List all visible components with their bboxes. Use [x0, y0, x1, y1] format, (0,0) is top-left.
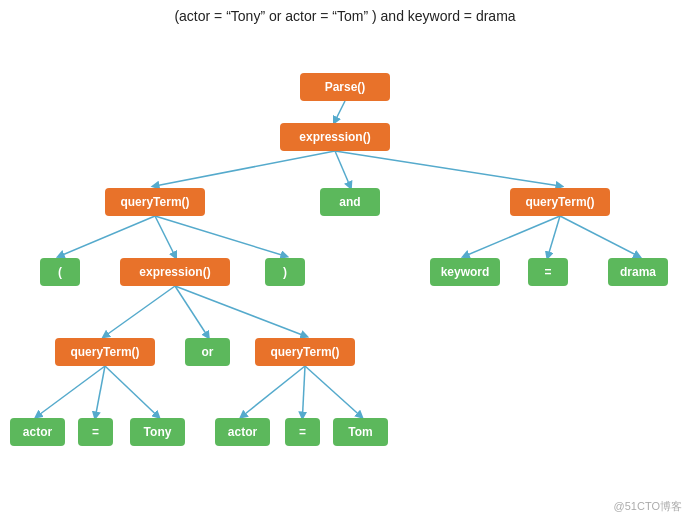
node-keyword: keyword — [430, 258, 500, 286]
node-actor2: actor — [215, 418, 270, 446]
node-qt3: queryTerm() — [55, 338, 155, 366]
svg-line-10 — [105, 286, 175, 336]
page-title: (actor = “Tony” or actor = “Tom” ) and k… — [0, 0, 690, 28]
svg-line-16 — [243, 366, 306, 416]
node-qt1: queryTerm() — [105, 188, 205, 216]
diagram: Parse()expression()queryTerm()andqueryTe… — [0, 28, 690, 518]
node-tony: Tony — [130, 418, 185, 446]
svg-line-12 — [175, 286, 305, 336]
svg-line-6 — [155, 216, 285, 256]
node-eq2: = — [78, 418, 113, 446]
node-rparen: ) — [265, 258, 305, 286]
node-actor1: actor — [10, 418, 65, 446]
svg-line-5 — [155, 216, 175, 256]
node-expr2: expression() — [120, 258, 230, 286]
node-or: or — [185, 338, 230, 366]
svg-line-11 — [175, 286, 208, 336]
node-lparen: ( — [40, 258, 80, 286]
svg-line-3 — [335, 151, 560, 186]
svg-line-9 — [560, 216, 638, 256]
node-qt2: queryTerm() — [510, 188, 610, 216]
svg-line-1 — [155, 151, 335, 186]
svg-line-14 — [96, 366, 106, 416]
svg-line-15 — [105, 366, 158, 416]
watermark: @51CTO博客 — [614, 499, 682, 514]
svg-line-0 — [335, 101, 345, 121]
svg-line-8 — [548, 216, 560, 256]
node-tom: Tom — [333, 418, 388, 446]
node-and: and — [320, 188, 380, 216]
node-drama: drama — [608, 258, 668, 286]
svg-line-2 — [335, 151, 350, 186]
svg-line-4 — [60, 216, 155, 256]
svg-line-7 — [465, 216, 560, 256]
node-parse: Parse() — [300, 73, 390, 101]
svg-line-18 — [305, 366, 361, 416]
node-qt4: queryTerm() — [255, 338, 355, 366]
svg-line-13 — [38, 366, 106, 416]
svg-line-17 — [303, 366, 306, 416]
node-eq3: = — [285, 418, 320, 446]
node-eq1: = — [528, 258, 568, 286]
node-expr: expression() — [280, 123, 390, 151]
